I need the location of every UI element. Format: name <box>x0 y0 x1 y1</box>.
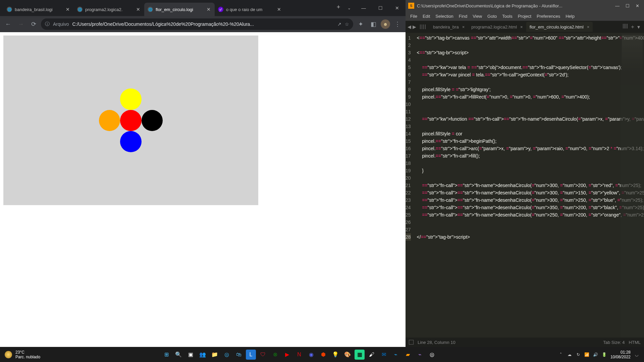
menu-tools[interactable]: Tools <box>499 14 515 19</box>
tab-close-icon[interactable]: ✕ <box>65 7 70 12</box>
menu-selection[interactable]: Selection <box>433 14 456 19</box>
battery-icon[interactable]: 🔋 <box>602 352 607 357</box>
wifi-icon[interactable]: 📶 <box>584 352 590 357</box>
editor-statusbar: Line 28, Column 10 Tab Size: 4 HTML <box>406 338 644 347</box>
browser-tab[interactable]: 🌐flor_em_circulo.logi✕ <box>144 3 215 16</box>
site-info-icon[interactable]: ⓘ <box>45 21 50 27</box>
menu-icon[interactable]: ⋮ <box>392 19 403 29</box>
minimap[interactable] <box>621 33 644 338</box>
youtube-icon[interactable]: ▶ <box>282 350 292 360</box>
tab-size[interactable]: Tab Size: 4 <box>603 340 625 345</box>
netflix-icon[interactable]: N <box>294 350 304 360</box>
maximize-button[interactable]: ☐ <box>372 0 389 16</box>
discord-icon[interactable]: ◉ <box>306 350 316 360</box>
editor-tab-close-icon[interactable]: × <box>520 24 523 29</box>
browser-tab[interactable]: y!o que o raio de um✕ <box>215 3 285 16</box>
notifications-icon[interactable]: ◡ <box>634 352 639 357</box>
pycharm-icon[interactable]: ▦ <box>355 350 365 360</box>
chrome-icon[interactable]: ◎ <box>427 350 437 360</box>
tray-chevron-icon[interactable]: ˄ <box>558 352 564 357</box>
layout-columns-right-icon[interactable] <box>623 24 628 30</box>
browser-tab[interactable]: 🌐programa2.logica2.✕ <box>74 3 144 16</box>
menu-preferences[interactable]: Preferences <box>534 14 563 19</box>
menu-goto[interactable]: Goto <box>485 14 499 19</box>
yellow-circle <box>120 88 141 110</box>
tab-close-icon[interactable]: ✕ <box>206 7 211 12</box>
new-tab-button[interactable]: + <box>334 2 343 12</box>
store-icon[interactable]: 🛍 <box>234 350 244 360</box>
menu-find[interactable]: Find <box>456 14 470 19</box>
office-icon[interactable]: ⬢ <box>318 350 328 360</box>
sync-icon[interactable]: ↻ <box>576 352 581 357</box>
new-file-button[interactable]: ＋ <box>630 23 635 31</box>
menu-help[interactable]: Help <box>563 14 577 19</box>
editor-tab-close-icon[interactable]: × <box>587 24 590 29</box>
tab-chevron-icon[interactable]: ⌄ <box>343 0 355 16</box>
sublime-window: S C:\Users\profe\OneDrive\Documentos\Lóg… <box>406 0 644 347</box>
editor-close-button[interactable]: ✕ <box>636 3 639 8</box>
menu-edit[interactable]: Edit <box>420 14 433 19</box>
tab-menu-icon[interactable]: ▾ <box>637 24 640 30</box>
back-button[interactable]: ← <box>3 19 13 29</box>
editor-maximize-button[interactable]: ☐ <box>626 3 630 8</box>
browser-tab[interactable]: 🌐bandeira_brasil.logi✕ <box>3 3 74 16</box>
menu-view[interactable]: View <box>470 14 485 19</box>
sublime-taskbar-icon[interactable]: ▰ <box>403 350 413 360</box>
onedrive-icon[interactable]: ☁ <box>567 352 572 357</box>
reload-button[interactable]: ⟳ <box>28 19 39 29</box>
tab-history-nav[interactable]: ◀▶ <box>408 24 420 29</box>
editor-minimize-button[interactable]: — <box>615 3 620 8</box>
app-colorful-icon[interactable]: 🎨 <box>342 350 353 360</box>
browser-viewport <box>0 32 406 347</box>
mcafee-icon[interactable]: 🛡 <box>258 350 268 360</box>
tab-title: o que o raio de um <box>226 7 274 12</box>
sublime-icon: S <box>408 3 414 9</box>
volume-icon[interactable]: 🔊 <box>593 352 598 357</box>
app-l-icon[interactable]: L <box>246 350 256 360</box>
vs-icon[interactable]: ⌁ <box>415 350 425 360</box>
syntax-mode[interactable]: HTML <box>629 340 641 345</box>
editor-tab-close-icon[interactable]: × <box>462 24 465 29</box>
sidepanel-icon[interactable]: ◧ <box>368 19 379 29</box>
bookmark-icon[interactable]: ☆ <box>345 21 349 27</box>
canvas-output <box>3 36 258 205</box>
profile-avatar[interactable]: ☻ <box>381 19 390 29</box>
taskview-button[interactable]: ▣ <box>185 350 196 360</box>
tab-close-icon[interactable]: ✕ <box>276 7 282 12</box>
cursor-position[interactable]: Line 28, Column 10 <box>418 340 455 345</box>
close-button[interactable]: ✕ <box>389 0 406 16</box>
browser-toolbar: ← → ⟳ ⓘ Arquivo C:/Users/profe/OneDrive/… <box>0 16 406 32</box>
tab-close-icon[interactable]: ✕ <box>136 7 141 12</box>
minimize-button[interactable]: — <box>355 0 372 16</box>
extensions-icon[interactable]: ✦ <box>355 19 366 29</box>
paint-icon[interactable]: 🖌 <box>367 350 377 360</box>
share-icon[interactable]: ↗ <box>337 21 341 27</box>
mail-icon[interactable]: ✉ <box>379 350 389 360</box>
tips-icon[interactable]: 💡 <box>330 350 340 360</box>
explorer-icon[interactable]: 📁 <box>210 350 220 360</box>
search-button[interactable]: 🔍 <box>173 350 183 360</box>
orange-circle <box>99 110 120 131</box>
clock[interactable]: 01:28 10/08/2022 <box>610 350 631 359</box>
forward-button[interactable]: → <box>15 19 26 29</box>
black-circle <box>142 110 163 131</box>
editor-tab[interactable]: programa2.logica2.html× <box>468 22 526 32</box>
weather-widget[interactable]: 23°C Parc. nublado <box>0 350 45 359</box>
xbox-icon[interactable]: ⊗ <box>270 350 280 360</box>
address-bar[interactable]: ⓘ Arquivo C:/Users/profe/OneDrive/Docume… <box>41 18 353 30</box>
layout-columns-icon[interactable] <box>420 24 430 29</box>
vscode-icon[interactable]: ⌁ <box>391 350 401 360</box>
editor-tab[interactable]: bandeira_bra× <box>430 22 468 32</box>
start-button[interactable]: ⊞ <box>161 350 171 360</box>
tab-title: bandeira_brasil.logi <box>15 7 63 12</box>
teams-icon[interactable]: 👥 <box>198 350 208 360</box>
menu-file[interactable]: File <box>408 14 420 19</box>
editor-tabbar: ◀▶ bandeira_bra×programa2.logica2.html×f… <box>406 21 644 33</box>
editor-title: C:\Users\profe\OneDrive\Documentos\Lógic… <box>417 3 615 8</box>
editor-tab[interactable]: flor_em_circulo.logica2.html× <box>526 22 593 32</box>
status-checkbox-icon[interactable] <box>409 340 414 345</box>
code-area[interactable]: <=="str">"tag-br">canvas =="str">"attr">… <box>414 33 644 338</box>
edge-icon[interactable]: ◎ <box>222 350 232 360</box>
menu-project[interactable]: Project <box>515 14 534 19</box>
url-text: C:/Users/profe/OneDrive/Documentos/Lógic… <box>72 21 334 27</box>
